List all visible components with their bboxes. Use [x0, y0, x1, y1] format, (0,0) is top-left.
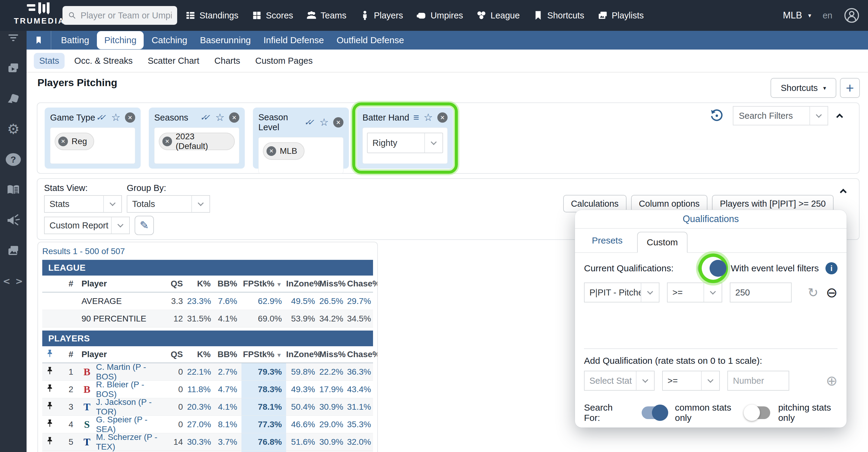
column-header-k[interactable]: K%: [187, 349, 215, 359]
sport-tab-baserunning[interactable]: Baserunning: [195, 31, 256, 50]
column-header-fpstk[interactable]: FPStk%▼: [242, 349, 286, 359]
player-name-link[interactable]: R. Bleier (P - BOS): [96, 380, 166, 399]
column-header-inzone[interactable]: InZone%: [286, 279, 319, 288]
sidebar-item-settings-gear[interactable]: ⚙: [0, 120, 27, 138]
favorite-star-icon[interactable]: ☆: [424, 113, 433, 121]
sidebar-item-glossary-book[interactable]: [0, 181, 27, 198]
language-indicator[interactable]: en: [823, 10, 832, 21]
search-filters-select[interactable]: Search Filters: [733, 106, 828, 125]
pin-icon[interactable]: [45, 436, 54, 445]
stat-value[interactable]: 29.7%: [347, 296, 375, 306]
column-header-qs[interactable]: QS: [166, 349, 187, 359]
player-cell[interactable]: TJ. Jackson (P - TOR): [82, 397, 166, 417]
sidebar-item-help[interactable]: ?: [0, 151, 27, 168]
player-name-link[interactable]: C. Martin (P - BOS): [96, 362, 166, 382]
sport-tab-outfield-defense[interactable]: Outfield Defense: [332, 31, 409, 50]
favorite-star-icon[interactable]: ☆: [216, 113, 224, 121]
view-tab-occ-streaks[interactable]: Occ. & Streaks: [69, 53, 138, 69]
column-header-inzone[interactable]: InZone%: [286, 349, 319, 359]
stat-value[interactable]: 51.6%: [286, 437, 319, 447]
stat-value[interactable]: 27.0%: [187, 420, 215, 429]
stat-value[interactable]: 30.9%: [319, 437, 347, 447]
stat-value[interactable]: 11.8%: [187, 385, 215, 394]
pin-column-header[interactable]: [42, 349, 60, 360]
view-tab-custom-pages[interactable]: Custom Pages: [250, 53, 318, 69]
remove-chip-icon[interactable]: ✕: [162, 137, 172, 146]
column-header-rank[interactable]: #: [60, 349, 82, 359]
stat-value[interactable]: 32.0%: [347, 437, 375, 447]
player-name-link[interactable]: M. Scherzer (P - TEX): [96, 432, 166, 452]
remove-filter-icon[interactable]: ✕: [229, 112, 239, 123]
add-stat-select[interactable]: Select Stat: [584, 371, 655, 391]
stat-value[interactable]: 31.1%: [347, 402, 375, 412]
stat-value[interactable]: 78.3%: [242, 381, 286, 398]
column-header-chase[interactable]: Chase%: [347, 279, 375, 288]
collapse-filters-icon[interactable]: [836, 114, 843, 120]
view-tab-charts[interactable]: Charts: [209, 53, 245, 69]
player-cell[interactable]: SG. Speier (P - SEA): [82, 415, 166, 434]
sport-tab-batting[interactable]: Batting: [56, 31, 94, 50]
remove-chip-icon[interactable]: ✕: [267, 146, 276, 156]
sport-tab-infield-defense[interactable]: Infield Defense: [259, 31, 329, 50]
stat-value[interactable]: 77.3%: [242, 416, 286, 433]
column-header-miss[interactable]: Miss%: [319, 279, 347, 288]
custom-report-select[interactable]: Custom Report (me): [44, 217, 130, 234]
league-selector[interactable]: MLB ▾: [783, 10, 811, 21]
stat-value[interactable]: 50.4%: [286, 402, 319, 412]
remove-chip-icon[interactable]: ✕: [58, 137, 68, 146]
group-by-select[interactable]: Totals: [127, 195, 210, 213]
tab-presets[interactable]: Presets: [592, 235, 623, 252]
column-header-bb[interactable]: BB%: [215, 279, 242, 288]
filter-history-icon[interactable]: [710, 109, 724, 123]
stat-value[interactable]: 23.3%: [187, 296, 215, 306]
stat-value[interactable]: 8.1%: [215, 420, 242, 429]
filter-chip[interactable]: ✕Reg: [55, 133, 94, 150]
remove-filter-icon[interactable]: ✕: [333, 117, 343, 128]
pin-icon[interactable]: [45, 366, 54, 375]
stat-value[interactable]: 49.5%: [286, 296, 319, 306]
column-header-qs[interactable]: QS: [166, 279, 187, 288]
column-header-miss[interactable]: Miss%: [319, 349, 347, 359]
pin-cell[interactable]: [42, 366, 60, 377]
sport-tab-pitching[interactable]: Pitching: [97, 31, 144, 49]
pin-cell[interactable]: [42, 436, 60, 448]
shortcuts-dropdown-button[interactable]: Shortcuts ▾: [771, 78, 836, 98]
player-name-link[interactable]: G. Speier (P - SEA): [96, 415, 166, 434]
stat-value[interactable]: 79.3%: [242, 363, 286, 380]
topnav-standings[interactable]: Standings: [185, 10, 239, 21]
topnav-players[interactable]: Players: [360, 10, 403, 21]
bookmark-icon[interactable]: [27, 35, 51, 45]
stat-value[interactable]: 43.4%: [347, 385, 375, 394]
player-cell[interactable]: BC. Martin (P - BOS): [82, 362, 166, 382]
stat-value[interactable]: 76.8%: [242, 433, 286, 451]
sidebar-item-announcements-megaphone[interactable]: [0, 212, 27, 229]
filter-chip[interactable]: ✕2023 (Default): [159, 133, 235, 150]
player-cell[interactable]: BR. Bleier (P - BOS): [82, 380, 166, 399]
pin-cell[interactable]: [42, 401, 60, 413]
sidebar-item-video-library[interactable]: [0, 59, 27, 77]
stat-value[interactable]: 49.3%: [286, 385, 319, 394]
stat-value[interactable]: 29.0%: [319, 420, 347, 429]
column-header-bb[interactable]: BB%: [215, 349, 242, 359]
column-header-rank[interactable]: #: [60, 279, 82, 288]
common-stats-toggle[interactable]: [642, 406, 667, 419]
add-qualification-icon[interactable]: ⊕: [826, 374, 838, 388]
topnav-umpires[interactable]: Umpires: [416, 10, 463, 21]
add-value-input[interactable]: [727, 371, 789, 391]
pitching-stats-toggle[interactable]: [745, 406, 770, 419]
qualification-stat-select[interactable]: P|PIT - Pitches (...: [584, 283, 659, 303]
qualification-value-input[interactable]: [730, 283, 792, 303]
stat-value[interactable]: 36.3%: [347, 367, 375, 377]
stat-value[interactable]: 59.8%: [286, 367, 319, 377]
tab-custom[interactable]: Custom: [637, 232, 687, 253]
list-options-icon[interactable]: ≡: [413, 114, 419, 121]
stat-value[interactable]: 26.5%: [319, 296, 347, 306]
pin-icon[interactable]: [45, 384, 54, 393]
pin-icon[interactable]: [45, 401, 54, 410]
stat-value[interactable]: 20.3%: [187, 402, 215, 412]
pin-icon[interactable]: [45, 419, 54, 428]
topnav-teams[interactable]: Teams: [306, 10, 346, 21]
column-header-player[interactable]: Player: [82, 279, 166, 288]
topnav-shortcuts[interactable]: Shortcuts: [533, 10, 584, 21]
favorite-star-icon[interactable]: ☆: [112, 113, 120, 121]
